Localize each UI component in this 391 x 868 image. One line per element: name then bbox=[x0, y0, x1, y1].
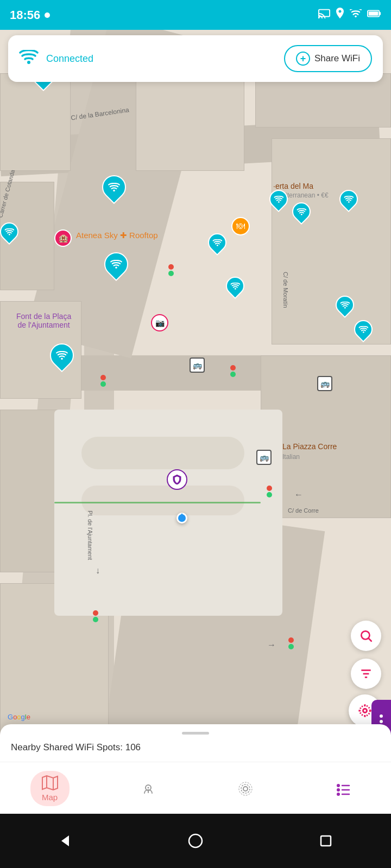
google-watermark: Google bbox=[8, 712, 30, 722]
wifi-pin-9[interactable] bbox=[292, 202, 311, 223]
svg-rect-44 bbox=[321, 836, 331, 846]
status-icons bbox=[318, 8, 381, 22]
svg-point-38 bbox=[337, 793, 340, 796]
wifi-pin-6[interactable] bbox=[208, 233, 226, 254]
cast-icon bbox=[318, 9, 330, 21]
traffic-light-5 bbox=[93, 610, 98, 626]
castle-security-pin[interactable] bbox=[167, 469, 187, 490]
share-wifi-label: Share WiFi bbox=[314, 53, 360, 64]
bus-stop-1[interactable]: 🚌 bbox=[190, 358, 205, 373]
wifi-icon bbox=[19, 50, 39, 68]
svg-rect-4 bbox=[369, 11, 379, 15]
svg-point-33 bbox=[243, 787, 248, 791]
user-location bbox=[176, 513, 187, 524]
wifi-pin-2[interactable] bbox=[102, 175, 126, 202]
svg-point-12 bbox=[235, 288, 236, 290]
battery-icon bbox=[367, 9, 381, 21]
tab-radar[interactable] bbox=[227, 777, 264, 801]
filter-button[interactable] bbox=[351, 659, 381, 689]
panel-divider bbox=[0, 762, 391, 762]
nearby-spots-text: Nearby Shared WiFi Spots: 106 bbox=[0, 742, 391, 762]
svg-point-15 bbox=[348, 201, 350, 203]
route-line bbox=[54, 502, 261, 503]
wifi-pin-8[interactable] bbox=[269, 190, 288, 210]
bus-stop-3[interactable]: 🚌 bbox=[317, 376, 332, 391]
svg-point-11 bbox=[217, 245, 218, 246]
camera-pin[interactable]: 📷 bbox=[151, 314, 168, 331]
svg-point-8 bbox=[115, 266, 117, 269]
plus-symbol: + bbox=[300, 53, 306, 65]
wifi-pin-5[interactable] bbox=[0, 222, 18, 243]
svg-point-29 bbox=[380, 720, 383, 723]
share-wifi-button[interactable]: + Share WiFi bbox=[284, 45, 372, 72]
svg-point-43 bbox=[189, 834, 202, 847]
tab-list[interactable] bbox=[324, 777, 361, 801]
wifi-pin-11[interactable] bbox=[336, 296, 354, 316]
wifi-pin-7[interactable] bbox=[226, 277, 244, 297]
bus-stop-2[interactable]: 🚌 bbox=[256, 450, 272, 465]
status-time: 18:56 bbox=[10, 8, 50, 22]
svg-point-16 bbox=[344, 307, 346, 309]
svg-point-36 bbox=[337, 784, 340, 787]
time-display: 18:56 bbox=[10, 8, 40, 22]
status-dot bbox=[45, 12, 50, 18]
svg-point-7 bbox=[113, 189, 115, 192]
tab-map[interactable]: Map bbox=[30, 771, 70, 806]
svg-rect-5 bbox=[379, 12, 381, 15]
traffic-light-2 bbox=[100, 375, 106, 390]
bottom-panel: Nearby Shared WiFi Spots: 106 Map bbox=[0, 724, 391, 814]
svg-point-32 bbox=[147, 787, 149, 788]
wifi-pin-12[interactable] bbox=[354, 320, 373, 341]
home-button[interactable] bbox=[182, 827, 209, 854]
traffic-light-1 bbox=[168, 264, 174, 279]
tab-spots[interactable] bbox=[130, 777, 167, 801]
tab-map-label: Map bbox=[42, 793, 58, 802]
connection-status: Connected bbox=[19, 50, 93, 68]
plus-icon: + bbox=[296, 52, 310, 66]
svg-point-34 bbox=[241, 784, 250, 793]
svg-point-2 bbox=[355, 16, 357, 18]
bottom-tabs: Map bbox=[0, 767, 391, 814]
location-icon bbox=[336, 8, 344, 22]
back-button[interactable] bbox=[52, 827, 79, 854]
svg-point-26 bbox=[363, 709, 367, 713]
svg-point-28 bbox=[380, 714, 383, 718]
svg-point-9 bbox=[61, 358, 63, 360]
status-bar: 18:56 bbox=[0, 0, 391, 30]
traffic-light-3 bbox=[230, 365, 236, 380]
svg-point-10 bbox=[9, 234, 10, 235]
svg-point-37 bbox=[337, 788, 340, 792]
hotel-pin[interactable]: 🏨 bbox=[54, 229, 72, 247]
panel-handle[interactable] bbox=[182, 732, 209, 735]
traffic-light-6 bbox=[288, 637, 294, 653]
search-button[interactable] bbox=[351, 621, 381, 651]
svg-point-21 bbox=[27, 61, 30, 64]
top-card: Connected + Share WiFi bbox=[8, 35, 383, 82]
svg-point-13 bbox=[278, 201, 280, 203]
svg-marker-42 bbox=[61, 835, 69, 846]
wifi-pin-10[interactable] bbox=[339, 190, 358, 210]
restaurant-pin[interactable]: 🍽 bbox=[231, 217, 250, 235]
traffic-light-4 bbox=[267, 486, 272, 501]
svg-point-27 bbox=[360, 706, 370, 716]
wifi-pin-4[interactable] bbox=[50, 343, 74, 371]
nav-bar bbox=[0, 814, 391, 868]
recent-apps-button[interactable] bbox=[312, 827, 339, 854]
wifi-status-icon bbox=[350, 9, 362, 21]
wifi-pin-3[interactable] bbox=[104, 252, 128, 279]
svg-point-17 bbox=[363, 331, 364, 333]
connected-label: Connected bbox=[46, 53, 93, 65]
svg-point-14 bbox=[301, 214, 302, 215]
